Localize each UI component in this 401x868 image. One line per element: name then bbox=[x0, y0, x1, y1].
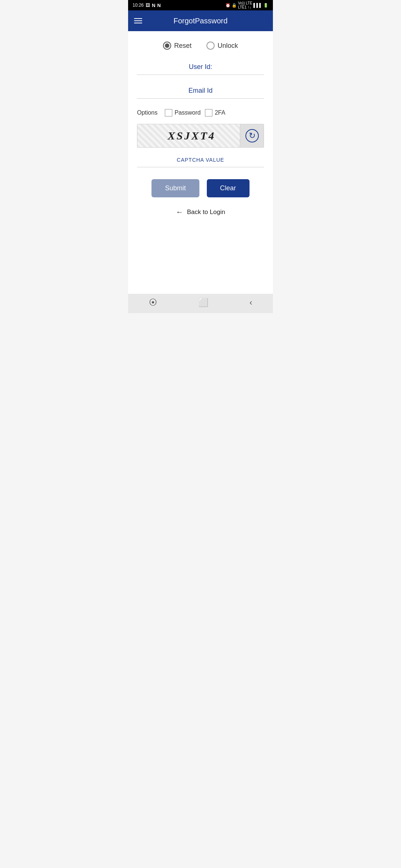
captcha-image: XSJXT4 bbox=[137, 124, 240, 147]
back-arrow-icon: ← bbox=[176, 208, 183, 216]
page-title: ForgotPassword bbox=[148, 17, 253, 25]
status-bar: 10:26 🖼 N N ⏰ 🔒 Vo)) LTELTE1 ↑↓ ▌▌▌ 🔋 bbox=[128, 0, 273, 10]
captcha-input-group bbox=[137, 155, 264, 167]
battery-icon: 🔋 bbox=[263, 3, 268, 8]
submit-button[interactable]: Submit bbox=[151, 179, 199, 197]
status-right: ⏰ 🔒 Vo)) LTELTE1 ↑↓ ▌▌▌ 🔋 bbox=[225, 1, 268, 9]
captcha-value-input[interactable] bbox=[137, 155, 264, 165]
radio-unlock-label: Unlock bbox=[218, 42, 238, 50]
user-id-input[interactable] bbox=[137, 62, 264, 72]
options-label: Options bbox=[137, 109, 157, 116]
notification-icon-2: N bbox=[157, 3, 160, 8]
captcha-container: XSJXT4 bbox=[137, 124, 264, 148]
main-content: Reset Unlock Options Password 2FA XSJXT4 bbox=[128, 31, 273, 260]
buttons-row: Submit Clear bbox=[137, 179, 264, 197]
signal-bars-icon: ▌▌▌ bbox=[254, 3, 262, 7]
nav-back-icon[interactable]: ‹ bbox=[250, 298, 252, 308]
nav-lines-icon[interactable]: ⦿ bbox=[149, 298, 157, 308]
radio-reset-label: Reset bbox=[174, 42, 192, 50]
back-to-login-label: Back to Login bbox=[187, 208, 225, 216]
radio-reset-circle bbox=[163, 42, 171, 50]
user-id-group bbox=[137, 62, 264, 75]
radio-unlock[interactable]: Unlock bbox=[206, 42, 238, 50]
password-checkbox-label: Password bbox=[175, 109, 200, 116]
nav-square-icon[interactable]: ⬜ bbox=[198, 298, 208, 308]
back-to-login[interactable]: ← Back to Login bbox=[137, 208, 264, 216]
alarm-icon: ⏰ bbox=[225, 3, 231, 8]
gallery-icon: 🖼 bbox=[146, 3, 150, 8]
app-bar: ForgotPassword bbox=[128, 10, 273, 31]
refresh-icon bbox=[245, 129, 259, 142]
twofa-checkbox[interactable] bbox=[205, 109, 212, 116]
bottom-nav: ⦿ ⬜ ‹ bbox=[128, 294, 273, 313]
notification-icon: N bbox=[152, 3, 155, 8]
status-left: 10:26 🖼 N N bbox=[133, 3, 161, 8]
captcha-text: XSJXT4 bbox=[167, 129, 215, 142]
twofa-checkbox-option[interactable]: 2FA bbox=[205, 109, 225, 116]
signal-text: Vo)) LTELTE1 ↑↓ bbox=[238, 1, 252, 9]
status-time: 10:26 bbox=[133, 3, 144, 8]
clear-button[interactable]: Clear bbox=[207, 179, 250, 197]
twofa-checkbox-label: 2FA bbox=[215, 109, 225, 116]
password-checkbox[interactable] bbox=[165, 109, 172, 116]
empty-space bbox=[128, 260, 273, 294]
radio-reset[interactable]: Reset bbox=[163, 42, 192, 50]
menu-button[interactable] bbox=[134, 18, 142, 23]
email-id-input[interactable] bbox=[137, 85, 264, 96]
radio-group: Reset Unlock bbox=[137, 42, 264, 50]
captcha-refresh-button[interactable] bbox=[240, 124, 264, 147]
lock-icon: 🔒 bbox=[232, 3, 237, 8]
email-id-group bbox=[137, 85, 264, 99]
radio-unlock-circle bbox=[206, 42, 215, 50]
password-checkbox-option[interactable]: Password bbox=[165, 109, 200, 116]
options-row: Options Password 2FA bbox=[137, 109, 264, 116]
